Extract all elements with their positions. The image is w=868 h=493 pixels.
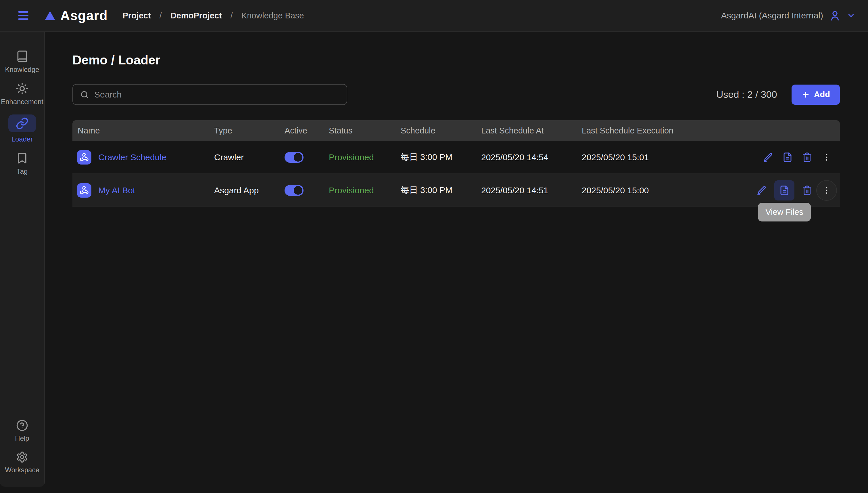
type-cell: Asgard App: [209, 186, 279, 195]
account-menu[interactable]: AsgardAI (Asgard Internal): [721, 9, 855, 22]
column-header-name: Name: [72, 126, 209, 135]
sidebar-item-loader[interactable]: Loader: [8, 114, 36, 143]
trash-icon: [802, 152, 812, 163]
sidebar-item-tag[interactable]: Tag: [16, 152, 28, 175]
loader-table: Name Type Active Status Schedule Last Sc…: [72, 120, 840, 207]
app-screen: Asgard Project / DemoProject / Knowledge…: [0, 0, 868, 493]
table-row: My AI Bot Asgard App Provisioned 毎日 3:00…: [72, 174, 840, 207]
trash-icon: [802, 185, 812, 196]
file-icon: [779, 185, 790, 196]
sidebar-item-help[interactable]: Help: [15, 420, 29, 442]
type-cell: Crawler: [209, 152, 279, 162]
last-schedule-at-cell: 2025/05/20 14:51: [476, 186, 576, 195]
name-cell: My AI Bot: [72, 183, 209, 198]
sidebar-label: Workspace: [5, 466, 39, 474]
search-input[interactable]: [94, 90, 340, 100]
usage-counter: Used : 2 / 300: [716, 89, 777, 100]
active-toggle[interactable]: [284, 152, 303, 163]
main-content: Demo / Loader Used : 2 / 300 Add Name Ty…: [45, 32, 868, 493]
active-cell: [279, 185, 324, 196]
controls-right: Used : 2 / 300 Add: [716, 85, 840, 105]
breadcrumb-current: Knowledge Base: [242, 11, 304, 20]
pencil-icon: [763, 152, 773, 163]
pencil-icon: [756, 185, 767, 196]
name-cell: Crawler Schedule: [72, 150, 209, 165]
page-title: Demo / Loader: [72, 53, 840, 67]
user-icon: [829, 9, 841, 22]
sidebar-label: Loader: [12, 135, 33, 143]
sidebar-label: Tag: [17, 167, 28, 175]
bookmark-icon: [16, 152, 28, 165]
sidebar: Knowledge Enhancement Loader Tag Help Wo…: [0, 32, 45, 487]
breadcrumb-separator: /: [160, 11, 162, 20]
kebab-menu-icon: [822, 153, 831, 162]
webhook-icon: [77, 183, 91, 198]
edit-button[interactable]: [755, 184, 769, 197]
actions-cell: View Files: [690, 180, 840, 200]
last-schedule-at-cell: 2025/05/20 14:54: [476, 152, 576, 162]
plus-icon: [801, 90, 810, 99]
delete-button[interactable]: [800, 184, 814, 197]
add-button-label: Add: [814, 90, 830, 99]
more-actions-button[interactable]: [820, 184, 833, 197]
triangle-logo-icon: [44, 10, 56, 21]
column-header-type: Type: [209, 126, 279, 135]
link-icon: [16, 117, 28, 130]
top-navbar: Asgard Project / DemoProject / Knowledge…: [0, 0, 868, 31]
sun-icon: [16, 82, 28, 95]
sidebar-item-knowledge[interactable]: Knowledge: [5, 50, 39, 73]
status-cell: Provisioned: [324, 186, 395, 195]
search-box: [72, 84, 347, 105]
gear-icon: [16, 451, 28, 463]
column-header-last-schedule-at: Last Schedule At: [476, 126, 576, 135]
toggle-knob: [294, 186, 302, 195]
sidebar-label: Help: [15, 434, 29, 442]
kebab-menu-icon: [822, 186, 831, 195]
webhook-icon: [77, 150, 91, 165]
account-name: AsgardAI (Asgard Internal): [721, 10, 823, 20]
brand-logo[interactable]: Asgard: [44, 8, 108, 23]
sidebar-label: Enhancement: [1, 98, 43, 106]
breadcrumb: Project / DemoProject / Knowledge Base: [122, 11, 304, 20]
active-toggle[interactable]: [284, 185, 303, 196]
controls-bar: Used : 2 / 300 Add: [72, 84, 840, 105]
book-icon: [16, 50, 28, 63]
column-header-status: Status: [324, 126, 395, 135]
sidebar-item-workspace[interactable]: Workspace: [5, 451, 39, 474]
more-actions-button[interactable]: [820, 150, 833, 164]
status-cell: Provisioned: [324, 152, 395, 162]
table-row: Crawler Schedule Crawler Provisioned 毎日 …: [72, 141, 840, 174]
active-cell: [279, 152, 324, 163]
row-name-link[interactable]: Crawler Schedule: [98, 152, 166, 162]
schedule-cell: 毎日 3:00 PM: [395, 151, 476, 163]
add-button[interactable]: Add: [792, 85, 840, 105]
toggle-knob: [294, 153, 302, 162]
edit-button[interactable]: [761, 150, 775, 164]
delete-button[interactable]: [800, 150, 814, 164]
help-circle-icon: [16, 420, 28, 431]
search-icon: [80, 90, 89, 99]
breadcrumb-project[interactable]: Project: [122, 11, 151, 20]
column-header-schedule: Schedule: [395, 126, 476, 135]
actions-cell: [690, 150, 840, 164]
sidebar-bottom: Help Workspace: [5, 420, 39, 474]
view-files-tooltip: View Files: [758, 203, 811, 221]
chevron-down-icon: [847, 11, 855, 20]
view-files-button[interactable]: [781, 150, 794, 164]
sidebar-label: Knowledge: [5, 66, 39, 73]
active-item-highlight: [8, 114, 36, 132]
file-icon: [782, 152, 793, 163]
sidebar-item-enhancement[interactable]: Enhancement: [1, 82, 43, 106]
schedule-cell: 毎日 3:00 PM: [395, 185, 476, 196]
last-schedule-execution-cell: 2025/05/20 15:00: [576, 186, 690, 195]
column-header-last-schedule-execution: Last Schedule Execution: [576, 126, 690, 135]
last-schedule-execution-cell: 2025/05/20 15:01: [576, 152, 690, 162]
breadcrumb-separator: /: [230, 11, 233, 20]
row-name-link[interactable]: My AI Bot: [98, 186, 135, 195]
breadcrumb-demoproject[interactable]: DemoProject: [170, 11, 222, 20]
view-files-button[interactable]: [774, 180, 794, 200]
menu-hamburger-icon[interactable]: [17, 9, 30, 22]
table-header: Name Type Active Status Schedule Last Sc…: [72, 120, 840, 141]
brand-name: Asgard: [60, 8, 108, 23]
column-header-active: Active: [279, 126, 324, 135]
